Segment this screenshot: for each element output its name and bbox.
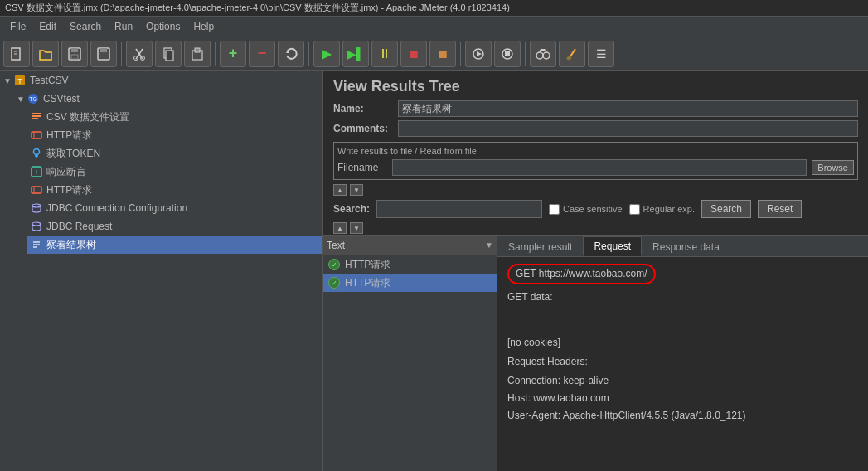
toolbar-binoculars[interactable] [530, 41, 556, 67]
no-cookies-line: [no cookies] [507, 335, 858, 351]
tree-item-viewer[interactable]: 察看结果树 [27, 236, 322, 254]
tree-item-jdbc-request[interactable]: JDBC Request [27, 217, 322, 236]
toolbar-rotate[interactable] [278, 41, 304, 67]
divider-up: ▲ ▼ [323, 183, 868, 197]
filename-label: Filename [337, 162, 387, 173]
user-agent-line: User-Agent: Apache-HttpClient/4.5.5 (Jav… [507, 408, 858, 424]
toolbar-broom[interactable] [559, 41, 585, 67]
toolbar-add[interactable]: + [220, 41, 246, 67]
tree-label-csv-config: CSV 数据文件设置 [46, 110, 129, 124]
lower-area: Text ▼ HTTP请求 HTTP请求 [323, 235, 868, 471]
toolbar-paste[interactable] [184, 41, 211, 67]
scroll-down2[interactable]: ▼ [350, 222, 363, 234]
case-sensitive-checkbox[interactable] [549, 204, 560, 215]
toolbar-more[interactable]: ☰ [588, 41, 614, 67]
toolbar-copy[interactable] [155, 41, 182, 67]
host-line: Host: www.taobao.com [507, 391, 858, 406]
title-text: CSV 数据文件设置.jmx (D:\apache-jmeter-4.0\apa… [5, 2, 510, 14]
reset-button[interactable]: Reset [758, 200, 802, 218]
url-line: GET https://www.taobao.com/ [507, 264, 656, 284]
result-label-1: HTTP请求 [345, 276, 390, 290]
toolbar-cut[interactable] [126, 41, 153, 67]
menu-help[interactable]: Help [187, 18, 221, 35]
toolbar-stop[interactable]: ⏹ [400, 41, 427, 67]
tree-label-testcsv: TestCSV [30, 75, 69, 86]
search-label: Search: [333, 203, 370, 215]
menu-file[interactable]: File [3, 18, 32, 35]
svg-rect-4 [71, 48, 78, 52]
tab-response-data[interactable]: Response data [642, 236, 730, 256]
scroll-down[interactable]: ▼ [350, 184, 363, 196]
toolbar-new[interactable] [3, 41, 30, 67]
get-data-line: GET data: [507, 289, 858, 305]
toolbar-pause[interactable]: ⏸ [371, 41, 398, 67]
toolbar-saveas[interactable] [90, 41, 117, 67]
right-panel: View Results Tree Name: Comments: Write … [323, 71, 868, 471]
result-item-0[interactable]: HTTP请求 [323, 255, 497, 274]
toolbar-sep1 [121, 42, 122, 66]
tabs-row: Sampler result Request Response data [497, 236, 868, 257]
toolbar-run-nopause[interactable]: ▶▌ [342, 41, 369, 67]
collapse-csvtest[interactable]: ▼ [17, 95, 25, 104]
svg-rect-15 [195, 48, 200, 52]
scroll-up[interactable]: ▲ [333, 184, 347, 196]
case-sensitive-label: Case sensitive [563, 204, 623, 214]
search-button[interactable]: Search [701, 200, 751, 218]
menu-options[interactable]: Options [139, 18, 187, 35]
connection-line: Connection: keep-alive [507, 373, 858, 389]
detail-content: GET https://www.taobao.com/ GET data: [n… [497, 257, 868, 471]
filename-input[interactable] [392, 159, 807, 176]
menu-run[interactable]: Run [108, 18, 139, 35]
toolbar-remote-stop[interactable] [494, 41, 521, 67]
tab-request[interactable]: Request [583, 236, 642, 256]
svg-rect-20 [505, 51, 510, 56]
comments-label: Comments: [333, 123, 391, 134]
name-row: Name: [323, 99, 868, 119]
toolbar-save[interactable] [61, 41, 88, 67]
url-container: GET https://www.taobao.com/ [507, 264, 858, 284]
tab-sampler-result[interactable]: Sampler result [497, 236, 583, 256]
svg-rect-7 [100, 48, 107, 52]
tree-item-jdbc-config[interactable]: JDBC Connection Configuration [27, 199, 322, 217]
tree-item-csvtest[interactable]: ▼ TG CSVtest [13, 90, 322, 108]
tree-label-token: 获取TOKEN [46, 147, 100, 161]
tree-item-testcsv[interactable]: ▼ T TestCSV [0, 71, 322, 90]
search-row: Search: Case sensitive Regular exp. Sear… [323, 197, 868, 221]
tree-item-http1[interactable]: HTTP请求 [27, 126, 322, 144]
results-items: HTTP请求 HTTP请求 [323, 255, 497, 471]
dropdown-arrow[interactable]: ▼ [485, 240, 493, 250]
svg-point-35 [34, 149, 40, 155]
tree-label-http1: HTTP请求 [46, 129, 92, 143]
toolbar-open[interactable] [32, 41, 59, 67]
svg-point-21 [536, 52, 543, 59]
regex-label: Regular exp. [643, 204, 695, 214]
tree-label-csvtest: CSVtest [43, 93, 80, 104]
menu-edit[interactable]: Edit [32, 18, 63, 35]
result-label-0: HTTP请求 [345, 258, 390, 272]
search-input[interactable] [376, 200, 542, 218]
tree-item-token[interactable]: 获取TOKEN [27, 144, 322, 163]
svg-point-22 [543, 52, 550, 59]
toolbar-run[interactable]: ▶ [313, 41, 340, 67]
status-circle-1 [328, 277, 340, 289]
toolbar-stop-now[interactable]: ⏹ [429, 41, 456, 67]
scroll-up2[interactable]: ▲ [333, 222, 347, 234]
result-item-1[interactable]: HTTP请求 [323, 274, 497, 292]
collapse-testcsv[interactable]: ▼ [3, 76, 12, 85]
filename-browse[interactable]: Browse [812, 160, 854, 175]
name-label: Name: [333, 103, 391, 114]
panel-title: View Results Tree [323, 71, 868, 99]
regex-checkbox[interactable] [629, 204, 640, 215]
name-input[interactable] [398, 100, 858, 117]
tree-item-response[interactable]: ! 响应断言 [27, 163, 322, 181]
tree-item-http2[interactable]: HTTP请求 [27, 181, 322, 199]
toolbar-remove[interactable]: − [249, 41, 275, 67]
divider-down: ▲ ▼ [323, 221, 868, 235]
toolbar-sep2 [215, 42, 216, 66]
file-section: Write results to file / Read from file F… [333, 142, 858, 180]
toolbar-remote-start[interactable] [465, 41, 492, 67]
tree-item-csv-config[interactable]: CSV 数据文件设置 [27, 108, 322, 126]
comments-input[interactable] [398, 120, 858, 137]
regex-group: Regular exp. [629, 204, 695, 215]
menu-search[interactable]: Search [63, 18, 108, 35]
